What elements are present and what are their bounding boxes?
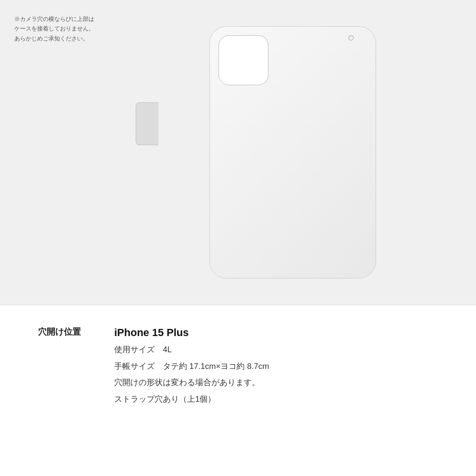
info-label: 穴開け位置 bbox=[38, 324, 95, 339]
page-container: ※カメラ穴の横ならびに上部は ケースを接着しておりません。 あらかじめご承知くだ… bbox=[0, 0, 476, 476]
camera-note-text: ※カメラ穴の横ならびに上部は ケースを接着しておりません。 あらかじめご承知くだ… bbox=[14, 14, 94, 43]
case-face bbox=[209, 26, 376, 278]
device-name: iPhone 15 Plus bbox=[114, 324, 438, 341]
info-details: iPhone 15 Plus 使用サイズ 4L 手帳サイズ タテ約 17.1cm… bbox=[114, 324, 438, 407]
size-label: 使用サイズ 4L bbox=[114, 343, 438, 357]
case-face-inner bbox=[210, 27, 376, 278]
case-wrapper bbox=[136, 17, 340, 288]
strap-note: ストラップ穴あり（上1個） bbox=[114, 392, 438, 407]
info-section: 穴開け位置 iPhone 15 Plus 使用サイズ 4L 手帳サイズ タテ約 … bbox=[0, 305, 476, 476]
case-illustration-area: ※カメラ穴の横ならびに上部は ケースを接着しておりません。 あらかじめご承知くだ… bbox=[0, 0, 476, 305]
side-tab bbox=[136, 102, 159, 145]
dimensions-label: 手帳サイズ タテ約 17.1cm×ヨコ約 8.7cm bbox=[114, 359, 438, 374]
strap-hole bbox=[348, 35, 354, 40]
shape-note: 穴開けの形状は変わる場合があります。 bbox=[114, 376, 438, 390]
camera-cutout bbox=[218, 35, 268, 85]
